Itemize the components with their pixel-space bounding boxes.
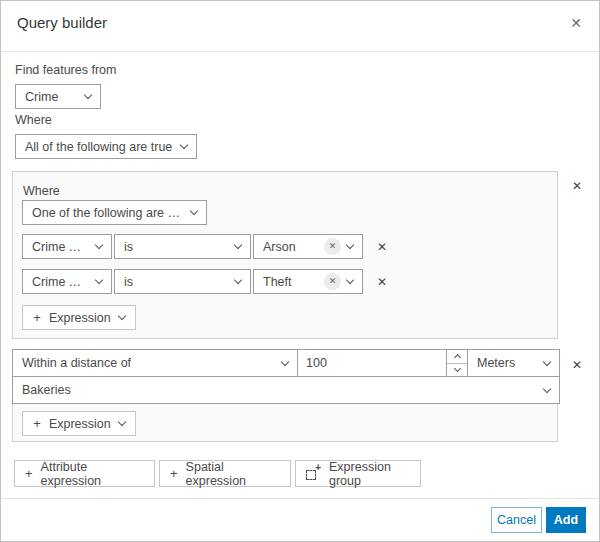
- value-combobox-value: Theft: [263, 275, 318, 289]
- chevron-down-icon: [346, 241, 354, 249]
- field-select[interactable]: Crime Type: [22, 269, 112, 294]
- remove-group2-icon[interactable]: ✕: [568, 356, 586, 374]
- operator-select[interactable]: is: [114, 234, 251, 259]
- expression-group-label: Expression group: [329, 460, 410, 488]
- cancel-button[interactable]: Cancel: [491, 507, 542, 533]
- add-expression-group-button[interactable]: + Expression group: [295, 460, 421, 487]
- logic-operator-value: All of the following are true: [25, 140, 172, 154]
- group1-where-label: Where: [23, 184, 60, 198]
- distance-input[interactable]: [298, 350, 446, 376]
- logic-operator-select[interactable]: All of the following are true: [15, 134, 197, 159]
- expression-group-2: Within a distance of Meters Bakeries + E…: [12, 349, 558, 442]
- distance-field-wrap: [297, 349, 468, 377]
- add-expression-label: Expression: [49, 311, 111, 325]
- distance-stepper: [446, 350, 467, 376]
- chevron-down-icon: [190, 207, 198, 215]
- value-combobox[interactable]: Arson ✕: [253, 234, 363, 259]
- stepper-up-button[interactable]: [447, 350, 467, 364]
- chevron-up-icon: [453, 354, 460, 361]
- find-features-label: Find features from: [15, 63, 116, 77]
- plus-icon: +: [33, 417, 41, 430]
- chevron-down-icon: [346, 276, 354, 284]
- chevron-down-icon: [117, 312, 125, 320]
- query-builder-dialog: Query builder ✕ Find features from Crime…: [0, 0, 600, 542]
- chevron-down-icon: [234, 241, 242, 249]
- stepper-down-button[interactable]: [447, 364, 467, 377]
- layer-select-value: Crime: [25, 90, 58, 104]
- spatial-operator-select[interactable]: Within a distance of: [12, 349, 298, 377]
- footer-divider: [1, 498, 599, 499]
- layer-select[interactable]: Crime: [15, 84, 101, 109]
- remove-expression-icon[interactable]: ✕: [373, 238, 391, 256]
- close-icon[interactable]: ✕: [567, 14, 585, 32]
- group1-logic-operator-select[interactable]: One of the following are tr...: [22, 200, 207, 225]
- chevron-down-icon: [543, 357, 551, 365]
- plus-icon: +: [33, 311, 41, 324]
- chevron-down-icon: [84, 91, 92, 99]
- unit-select[interactable]: Meters: [467, 349, 560, 377]
- operator-select-value: is: [124, 275, 133, 289]
- add-expression-button[interactable]: + Expression: [22, 411, 136, 436]
- page-title: Query builder: [17, 14, 107, 31]
- chevron-down-icon: [117, 418, 125, 426]
- operator-select[interactable]: is: [114, 269, 251, 294]
- value-combobox-value: Arson: [263, 240, 318, 254]
- clear-value-icon[interactable]: ✕: [324, 238, 341, 255]
- add-button[interactable]: Add: [546, 507, 586, 533]
- clear-value-icon[interactable]: ✕: [324, 273, 341, 290]
- header-divider: [1, 51, 599, 52]
- chevron-down-icon: [234, 276, 242, 284]
- field-select-value: Crime Type: [32, 275, 88, 289]
- spatial-operator-value: Within a distance of: [22, 356, 131, 370]
- operator-select-value: is: [124, 240, 133, 254]
- add-expression-button[interactable]: + Expression: [22, 305, 136, 330]
- group1-logic-operator-value: One of the following are tr...: [32, 206, 183, 220]
- remove-group1-icon[interactable]: ✕: [568, 177, 586, 195]
- expression-group-1: Where One of the following are tr... Cri…: [12, 171, 558, 339]
- add-spatial-expression-button[interactable]: + Spatial expression: [159, 460, 291, 487]
- add-attribute-expression-button[interactable]: + Attribute expression: [14, 460, 155, 487]
- field-select-value: Crime Type: [32, 240, 88, 254]
- plus-icon: +: [25, 467, 33, 480]
- expression-group-icon: +: [306, 466, 321, 481]
- field-select[interactable]: Crime Type: [22, 234, 112, 259]
- chevron-down-icon: [180, 141, 188, 149]
- spatial-expression-label: Spatial expression: [186, 460, 280, 488]
- chevron-down-icon: [95, 241, 103, 249]
- spatial-layer-value: Bakeries: [22, 383, 71, 397]
- value-combobox[interactable]: Theft ✕: [253, 269, 363, 294]
- chevron-down-icon: [281, 357, 289, 365]
- add-expression-label: Expression: [49, 417, 111, 431]
- chevron-down-icon: [543, 384, 551, 392]
- unit-select-value: Meters: [477, 356, 515, 370]
- chevron-down-icon: [453, 365, 460, 372]
- chevron-down-icon: [95, 276, 103, 284]
- remove-expression-icon[interactable]: ✕: [373, 273, 391, 291]
- spatial-layer-select[interactable]: Bakeries: [12, 376, 560, 404]
- attribute-expression-label: Attribute expression: [41, 460, 144, 488]
- where-label: Where: [15, 113, 52, 127]
- plus-icon: +: [170, 467, 178, 480]
